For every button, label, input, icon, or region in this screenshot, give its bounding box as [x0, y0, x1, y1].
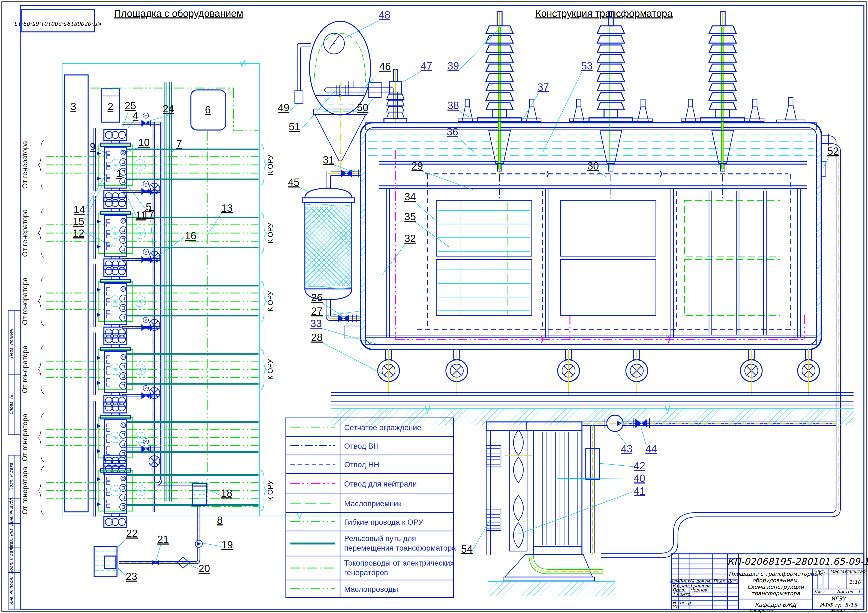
left-view-title: Площадка с оборудованием [114, 8, 243, 19]
callout-24: 24 [163, 103, 174, 115]
stamp-row-tkontr: Т.контр. [673, 592, 691, 597]
hv-bushing [681, 12, 764, 200]
stamp-list-label: Лист [814, 589, 826, 594]
drawing-canvas: М РМ РМ [0, 0, 868, 613]
frame-label-podp-data2: Подп. и дата [9, 546, 14, 574]
stamp-row-prov-value: Чернов [690, 587, 707, 593]
oil-tank-18 [192, 483, 206, 540]
hv-bushing [458, 12, 541, 200]
callout-44: 44 [645, 443, 657, 455]
stamp-listov-label: Листов [837, 589, 853, 594]
stamp-col-data: Дата [727, 578, 739, 584]
callout-46: 46 [379, 61, 391, 72]
frame-label-vzam-inv: Взам. инв. № [9, 522, 14, 550]
from-generator-label: От генератора [21, 345, 29, 393]
tank-left-nozzle [344, 326, 361, 338]
callout-30: 30 [587, 160, 599, 172]
callout-13: 13 [221, 203, 232, 214]
callout-38: 38 [448, 100, 459, 111]
callout-27: 27 [311, 305, 322, 317]
to-oru-label: К ОРУ [266, 155, 274, 175]
legend-label-4: Маслоприемник [344, 499, 402, 508]
legend-label-2: Отвод НН [344, 460, 379, 469]
callout-53: 53 [581, 60, 592, 72]
oil-valve-21 [152, 560, 159, 565]
stamp-row-utv: Утв. [673, 604, 682, 610]
legend-label-6: Рельсовый путь для [344, 534, 416, 543]
from-generator-label: От генератора [21, 141, 29, 189]
legend-label-6b: перемещения трансформатора [344, 544, 456, 552]
title-block: КП-02068195-280101.65-09-13 Изм. Лист № … [670, 554, 868, 613]
legend-label-0: Сетчатое ограждение [344, 423, 421, 432]
callout-7: 7 [176, 138, 182, 149]
callout-15: 15 [73, 216, 84, 227]
callout-29: 29 [411, 160, 423, 172]
neutral-lead [395, 150, 804, 343]
callout-17: 17 [143, 208, 154, 220]
from-generator-label: От генератора [21, 413, 29, 461]
callout-35: 35 [405, 211, 416, 223]
callout-42: 42 [634, 460, 645, 472]
callout-51: 51 [289, 121, 300, 133]
stamp-doc-number: КП-02068195-280101.65-09-13 [727, 556, 868, 567]
callout-12: 12 [73, 228, 84, 239]
legend: Сетчатое ограждение Отвод ВН Отвод НН От… [286, 418, 456, 598]
from-generator-label: От генератора [21, 277, 29, 325]
carriage-wheels [378, 348, 820, 396]
legend-label-3: Отвод для нейтрали [344, 480, 417, 488]
callout-50: 50 [357, 102, 369, 113]
to-oru-label: К ОРУ [266, 291, 274, 311]
stamp-title-line4: трансформатора [751, 590, 800, 597]
callout-8: 8 [217, 515, 223, 526]
hv-bushing [569, 12, 652, 200]
callout-20: 20 [198, 563, 210, 574]
legend-label-1: Отвод ВН [344, 442, 379, 450]
winding-block-a [436, 200, 532, 315]
callout-43: 43 [621, 443, 632, 455]
stamp-org-line2: ИФФ гр. 5-15 [820, 602, 857, 608]
drawing-sheet: М РМ РМ [0, 0, 868, 613]
callout-52: 52 [828, 146, 839, 157]
breather-49 [295, 43, 311, 103]
callout-6: 6 [205, 104, 211, 116]
callout-21: 21 [157, 534, 169, 545]
right-view-title: Конструкция трансформатора [535, 8, 673, 19]
callout-40: 40 [634, 473, 645, 484]
callout-25: 25 [125, 100, 136, 111]
callout-3: 3 [70, 101, 76, 112]
stamp-massa-label: Масса [830, 569, 844, 574]
stamp-title-line3: Схема конструкции [747, 584, 804, 590]
rails [331, 393, 854, 425]
stamp-org-line1: ИГЭУ [831, 595, 846, 602]
frame-label-inv-podl: Инв. № подл. [9, 577, 14, 605]
callout-39: 39 [448, 60, 459, 72]
stamp-col-podp: Подп. [713, 578, 727, 584]
transformer-view [295, 12, 854, 596]
frame-label-inv-dubl: Инв. № дубл. [9, 497, 14, 525]
lv-leads [417, 170, 795, 330]
to-oru-label: К ОРУ [266, 480, 274, 501]
oru-braces [261, 144, 267, 511]
callout-19: 19 [222, 539, 233, 551]
callout-26: 26 [311, 292, 322, 303]
legend-label-7b: генераторов [344, 568, 388, 577]
callout-31: 31 [323, 154, 334, 166]
callout-10: 10 [138, 137, 150, 148]
to-oru-label: К ОРУ [266, 223, 274, 243]
stamp-format-value: А1 [854, 608, 859, 613]
callout-4: 4 [133, 110, 138, 121]
legend-label-7: Токопроводы от электрических [344, 559, 454, 567]
callout-23: 23 [126, 571, 137, 582]
from-generator-label: От генератора [21, 209, 29, 257]
stamp-kopiroval: Копировал [749, 608, 773, 613]
callout-18: 18 [221, 488, 232, 499]
stamp-masshtab-label: Масштаб [845, 569, 866, 574]
callout-9: 9 [90, 141, 95, 152]
callout-2: 2 [107, 101, 113, 112]
legend-label-5: Гибкие провода к ОРУ [344, 518, 423, 526]
stamp-masshtab-value: 1:10 [849, 579, 862, 585]
doc-number-topleft: КП-02068195-280101.65-09-13 [14, 20, 102, 27]
from-generator-label: От генератора [21, 467, 29, 514]
callout-14: 14 [74, 204, 85, 215]
stamp-lit-label: Лит. [815, 569, 825, 574]
